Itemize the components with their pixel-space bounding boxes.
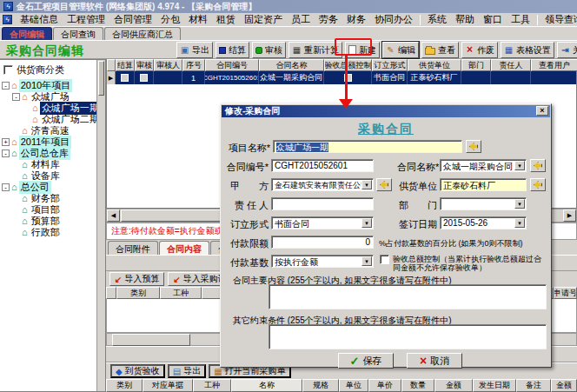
toolbar-button[interactable]: 编辑 — [382, 42, 419, 58]
save-button[interactable]: 保存 — [338, 353, 394, 369]
column-header[interactable]: 发生日期 — [473, 379, 516, 392]
menu-item[interactable] — [420, 15, 421, 25]
toolbar-button[interactable]: 审核 — [252, 42, 286, 58]
menu-item[interactable]: 固定资产 — [240, 12, 287, 27]
column-header-request-no[interactable]: 申请号 — [554, 287, 577, 299]
combo-arrow-icon[interactable]: ▼ — [361, 256, 372, 266]
form-combo[interactable]: 书面合同 ▼ — [271, 216, 374, 229]
base-combo[interactable]: 按执行金额 ▼ — [271, 255, 374, 268]
supplier-field[interactable]: 正泰砂石料厂 — [440, 178, 527, 191]
column-header[interactable]: 单位 — [339, 379, 368, 392]
menu-item[interactable]: 租赁 — [212, 12, 240, 27]
column-header[interactable]: 合同编号 — [205, 59, 259, 71]
combo-arrow-icon[interactable]: ▼ — [361, 180, 372, 189]
menu-item[interactable]: 员工 — [287, 12, 315, 27]
combo-arrow-icon[interactable]: ▼ — [361, 218, 372, 228]
row-checkbox[interactable] — [121, 74, 129, 82]
bottom-toolbar-button[interactable]: 导出 — [168, 364, 206, 378]
column-header[interactable] — [107, 59, 116, 71]
menu-item[interactable]: 协同办公 — [370, 12, 417, 27]
toolbar-button[interactable]: 结算 — [216, 42, 249, 58]
combo-arrow-icon[interactable]: ▼ — [514, 199, 525, 209]
import-budget-button[interactable]: 导入预算 — [109, 272, 164, 286]
menu-item[interactable]: 劳务 — [315, 12, 342, 27]
other-textarea[interactable] — [269, 324, 547, 349]
tree-item[interactable]: ⌂ 行政部 — [0, 227, 105, 238]
toolbar-button[interactable]: 关闭 — [557, 42, 577, 58]
project-name-field[interactable]: 众城广场一期 — [273, 140, 462, 153]
scroll-right-icon[interactable]: ▶ — [563, 209, 576, 222]
tree-expander-icon[interactable]: - — [12, 93, 20, 101]
column-header[interactable]: 查看用户 — [531, 59, 577, 71]
tree-expander-icon[interactable]: + — [2, 138, 10, 146]
menu-item[interactable]: 财务 — [342, 12, 370, 27]
toolbar-button[interactable]: 作废 — [461, 42, 498, 58]
column-header[interactable]: 结算 — [116, 59, 135, 71]
detail-tab[interactable]: 合同附件 — [108, 241, 158, 255]
limit-field[interactable]: 0 — [271, 236, 374, 249]
column-header[interactable]: 单价 — [368, 379, 401, 392]
dialog-close-icon[interactable]: × — [536, 106, 548, 116]
column-header[interactable]: 合同名称 — [259, 59, 324, 71]
signdate-combo[interactable]: 2015-05-26 ▼ — [440, 216, 527, 229]
contract-name-combo[interactable]: 众城一期采购合同 ▼ — [440, 159, 527, 172]
tree-expander-icon[interactable]: - — [2, 149, 10, 157]
column-header[interactable]: 责任人 — [491, 59, 531, 71]
detail-tab[interactable]: 合同内容 — [159, 241, 209, 255]
menu-item[interactable]: 帮助 — [451, 12, 479, 27]
menu-item[interactable]: 系统 — [423, 12, 451, 27]
column-header[interactable]: 数量 — [401, 379, 434, 392]
tree-expander-icon[interactable]: - — [2, 183, 10, 191]
scroll-thumb[interactable] — [112, 334, 190, 346]
contract-name-browse-button[interactable] — [530, 159, 546, 172]
menu-item[interactable]: 合同管理 — [109, 12, 156, 27]
row-checkbox[interactable] — [140, 74, 148, 82]
toolbar-button[interactable]: 表格设置 — [501, 42, 554, 58]
person-field[interactable] — [271, 197, 374, 210]
column-header[interactable]: 类别 — [106, 379, 143, 392]
contract-code-field[interactable]: CGHT2015052601 — [271, 159, 374, 172]
menu-item[interactable]: 分包 — [156, 12, 184, 27]
content-textarea[interactable] — [269, 284, 547, 309]
contract-row-selected[interactable]: 1 CGHT2015052601 众城一期采购合同 书面合同 正泰砂石料厂 — [107, 71, 576, 84]
column-header[interactable]: 部门 — [461, 59, 491, 71]
accept-total-checkbox[interactable] — [380, 255, 389, 264]
menu-item[interactable]: 材料 — [184, 12, 212, 27]
menu-item[interactable]: 领导查询 — [541, 12, 577, 27]
column-header[interactable]: 金额 — [434, 379, 473, 392]
scroll-thumb[interactable] — [121, 209, 225, 222]
column-header[interactable]: 工种 — [193, 379, 231, 392]
column-header[interactable]: 审核 — [135, 59, 154, 71]
cancel-button[interactable]: 取消 — [407, 353, 462, 369]
tab[interactable]: 合同供应商汇总 — [104, 27, 181, 40]
column-header[interactable]: 备注 — [516, 379, 551, 392]
menu-item[interactable]: 工具 — [507, 12, 534, 27]
bottom-toolbar-button[interactable]: 到货验收 — [110, 364, 165, 378]
column-header-worktype[interactable]: 工种 — [160, 287, 202, 299]
column-header[interactable]: 名称 — [231, 379, 302, 392]
party-a-browse-button[interactable] — [376, 178, 392, 191]
tree-item[interactable]: ⌂ 设备库 — [0, 170, 105, 182]
toolbar-button[interactable]: 导出 — [176, 42, 213, 58]
menu-item[interactable]: 基础信息 — [16, 12, 63, 27]
toolbar-button[interactable]: 查看 — [421, 42, 459, 58]
column-header[interactable]: 对应单据 — [143, 379, 193, 392]
column-header[interactable]: 供货单位 — [408, 59, 461, 71]
tree-expander-icon[interactable]: - — [2, 82, 10, 90]
column-header[interactable]: 序号 — [182, 59, 205, 71]
combo-arrow-icon[interactable]: ▼ — [514, 161, 525, 170]
tab[interactable]: 合同编辑 — [2, 27, 52, 40]
column-header[interactable]: 验收总额控制 — [324, 59, 372, 71]
column-header[interactable]: 审核人 — [154, 59, 182, 71]
menu-item[interactable] — [537, 15, 538, 25]
column-header[interactable]: 规格 — [302, 379, 339, 392]
tab[interactable]: 合同查询 — [53, 27, 103, 40]
party-a-combo[interactable]: 金石建筑安装有限责任公司 ▼ — [271, 178, 374, 191]
supplier-filter-checkbox[interactable] — [3, 65, 13, 75]
supplier-browse-button[interactable] — [530, 178, 546, 191]
project-browse-button[interactable] — [466, 140, 481, 153]
tree-scrollbar[interactable] — [96, 60, 105, 391]
menu-item[interactable]: 工程管理 — [63, 12, 109, 27]
column-header[interactable]: 金额 — [551, 379, 577, 392]
column-header-category[interactable]: 类别 — [116, 287, 160, 299]
